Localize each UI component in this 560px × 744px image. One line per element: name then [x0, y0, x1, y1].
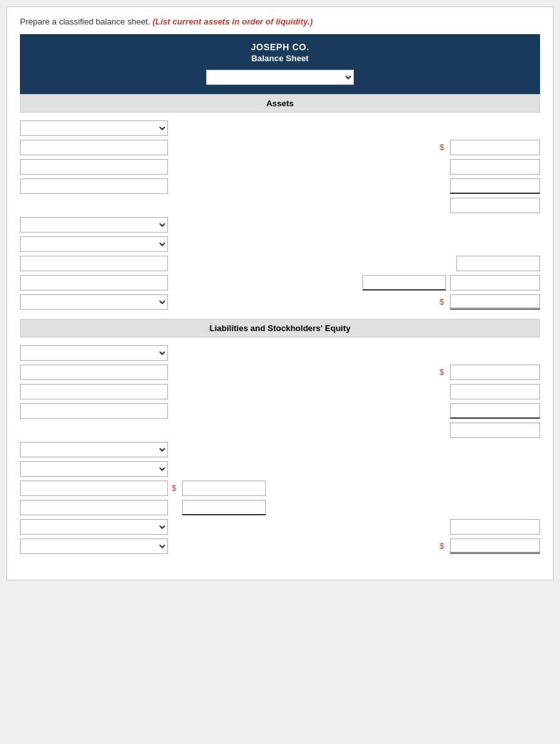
asset-mid-5[interactable]: [362, 275, 446, 291]
page-container: Prepare a classified balance sheet. (Lis…: [6, 6, 554, 580]
asset-label-5[interactable]: [20, 275, 168, 291]
liab-category-row-2: [20, 442, 540, 457]
assets-category-row-3: [20, 236, 540, 252]
asset-line-3: [20, 178, 540, 194]
dollar-sign-total-assets: $: [440, 298, 446, 307]
liab-label-5[interactable]: [20, 500, 168, 515]
liab-subtotal-row-1: [20, 423, 540, 438]
liab-line-5: [20, 500, 540, 515]
asset-label-4[interactable]: [20, 256, 168, 271]
liab-line-2: [20, 384, 540, 399]
asset-mid-4[interactable]: [456, 256, 540, 271]
dollar-sign-1: $: [440, 143, 446, 152]
liab-category-dropdown-4[interactable]: [20, 519, 168, 535]
liab-line-1: $: [20, 365, 540, 380]
assets-form-area: $: [20, 118, 540, 316]
asset-label-3[interactable]: [20, 178, 168, 194]
liab-value-3[interactable]: [450, 403, 540, 419]
liab-line-3: [20, 403, 540, 419]
liab-label-1[interactable]: [20, 365, 168, 380]
liab-category-dropdown-5[interactable]: [20, 539, 168, 554]
liab-mid-4[interactable]: [182, 481, 266, 496]
liab-label-4[interactable]: [20, 481, 168, 496]
liab-value-2[interactable]: [450, 384, 540, 399]
assets-category-dropdown-4[interactable]: [20, 294, 168, 310]
balance-sheet-header: JOSEPH CO. Balance Sheet: [20, 34, 540, 94]
liab-category-dropdown-3[interactable]: [20, 461, 168, 477]
asset-line-2: [20, 159, 540, 175]
date-dropdown[interactable]: [206, 70, 354, 85]
liab-category-dropdown-2[interactable]: [20, 442, 168, 457]
asset-value-5[interactable]: [450, 275, 540, 291]
liab-mid-5[interactable]: [182, 500, 266, 515]
instruction-text: Prepare a classified balance sheet. (Lis…: [20, 17, 540, 26]
liab-subtotal-2[interactable]: [450, 519, 540, 535]
liab-value-1[interactable]: [450, 365, 540, 380]
instruction-highlight: (List current assets in order of liquidi…: [153, 17, 313, 26]
asset-total-row: $: [20, 294, 540, 310]
asset-label-2[interactable]: [20, 159, 168, 175]
dollar-sign-liab-1: $: [440, 368, 446, 377]
liab-category-row-3: [20, 461, 540, 477]
asset-label-1[interactable]: [20, 140, 168, 155]
liab-label-2[interactable]: [20, 384, 168, 399]
asset-total-value[interactable]: [450, 294, 540, 310]
company-name: JOSEPH CO.: [26, 42, 534, 52]
assets-category-dropdown-2[interactable]: [20, 217, 168, 233]
liabilities-form-area: $: [20, 343, 540, 560]
assets-category-row-1: [20, 120, 540, 136]
asset-value-3[interactable]: [450, 178, 540, 194]
asset-value-2[interactable]: [450, 159, 540, 175]
asset-line-4: [20, 256, 540, 271]
instruction-static: Prepare a classified balance sheet.: [20, 17, 150, 26]
liabilities-section-header: Liabilities and Stockholders' Equity: [20, 319, 540, 338]
asset-line-5: [20, 275, 540, 291]
liab-subtotal-1[interactable]: [450, 423, 540, 438]
liab-category-dropdown-1[interactable]: [20, 345, 168, 361]
liab-category-row-4: [20, 519, 540, 535]
asset-value-1[interactable]: [450, 140, 540, 155]
assets-category-row-2: [20, 217, 540, 233]
liab-line-4: $: [20, 481, 540, 496]
sheet-title: Balance Sheet: [26, 53, 534, 63]
asset-subtotal-1[interactable]: [450, 198, 540, 213]
asset-line-1: $: [20, 140, 540, 155]
liab-total-value[interactable]: [450, 539, 540, 554]
dollar-sign-liab-4: $: [172, 484, 178, 493]
liab-label-3[interactable]: [20, 403, 168, 419]
liab-category-row-1: [20, 345, 540, 361]
assets-section-header: Assets: [20, 94, 540, 113]
asset-subtotal-row-1: [20, 198, 540, 213]
assets-category-dropdown-3[interactable]: [20, 236, 168, 252]
liab-category-row-5: $: [20, 539, 540, 554]
dollar-sign-liab-total: $: [440, 542, 446, 551]
date-dropdown-container: [26, 70, 534, 85]
assets-category-dropdown-1[interactable]: [20, 120, 168, 136]
